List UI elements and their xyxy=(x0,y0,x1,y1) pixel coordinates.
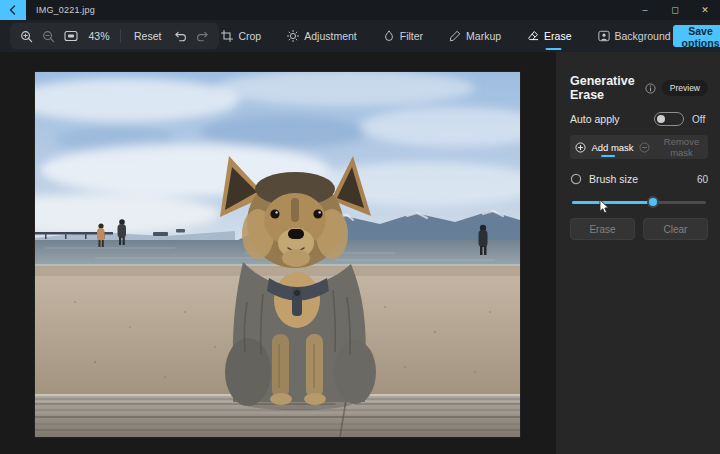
tab-label: Erase xyxy=(544,30,571,42)
info-icon[interactable] xyxy=(645,83,656,94)
save-options-button[interactable]: Save options xyxy=(673,25,720,47)
tab-background[interactable]: Background xyxy=(596,26,673,46)
undo-icon[interactable] xyxy=(174,30,187,43)
crop-icon xyxy=(221,30,233,42)
zoom-percent: 43% xyxy=(87,30,111,42)
edit-mode-tabs: Crop Adjustment Filter xyxy=(219,26,672,46)
background-icon xyxy=(598,30,610,42)
mask-mode-control: Add mask Remove mask xyxy=(570,135,708,159)
mask-underline xyxy=(601,155,615,157)
panel-title: Generative Erase xyxy=(570,74,639,102)
auto-apply-row: Auto apply Off xyxy=(570,112,708,126)
brush-size-row: Brush size 60 xyxy=(570,173,708,185)
close-button[interactable]: ✕ xyxy=(690,0,720,20)
tab-label: Background xyxy=(615,30,671,42)
add-circle-icon xyxy=(575,142,586,153)
erase-icon xyxy=(527,30,539,42)
tab-filter[interactable]: Filter xyxy=(381,26,425,46)
zoom-in-icon[interactable] xyxy=(20,30,33,43)
brush-size-value: 60 xyxy=(697,174,708,185)
remove-circle-icon xyxy=(639,142,650,153)
file-title: IMG_0221.jpg xyxy=(36,5,95,15)
zoom-tool-group: 43% Reset xyxy=(10,23,219,49)
erase-button[interactable]: Erase xyxy=(570,218,635,240)
tab-label: Adjustment xyxy=(304,30,357,42)
window-controls: – ◻ ✕ xyxy=(630,0,720,20)
brush-size-slider[interactable] xyxy=(570,195,708,209)
tab-erase[interactable]: Erase xyxy=(525,26,573,46)
titlebar: IMG_0221.jpg – ◻ ✕ xyxy=(0,0,720,20)
photo-image xyxy=(35,72,520,437)
toggle-knob xyxy=(657,115,665,123)
back-button[interactable] xyxy=(0,0,26,20)
toolbar-divider xyxy=(120,29,121,43)
brush-circle-icon xyxy=(570,173,582,185)
panel-title-row: Generative Erase Preview xyxy=(570,74,708,102)
tab-markup[interactable]: Markup xyxy=(447,26,503,46)
slider-thumb[interactable] xyxy=(647,196,659,208)
toolbar-actions: Save options Cancel xyxy=(673,25,720,47)
tab-adjustment[interactable]: Adjustment xyxy=(285,26,359,46)
reset-button[interactable]: Reset xyxy=(130,28,165,44)
remove-mask-button[interactable]: Remove mask xyxy=(639,135,708,159)
remove-mask-label: Remove mask xyxy=(655,136,708,158)
tab-underline xyxy=(546,48,562,51)
clear-button[interactable]: Clear xyxy=(643,218,708,240)
auto-apply-label: Auto apply xyxy=(570,113,654,125)
save-options-split-button: Save options xyxy=(673,25,720,47)
fit-to-window-icon[interactable] xyxy=(64,30,78,42)
tab-crop[interactable]: Crop xyxy=(219,26,263,46)
adjustment-icon xyxy=(287,30,299,42)
erase-actions: Erase Clear xyxy=(570,218,708,240)
filter-icon xyxy=(383,30,395,42)
redo-icon[interactable] xyxy=(196,30,209,43)
slider-fill xyxy=(572,201,651,204)
tab-label: Filter xyxy=(400,30,423,42)
preview-badge: Preview xyxy=(662,80,708,96)
auto-apply-toggle[interactable] xyxy=(654,112,684,126)
auto-apply-state: Off xyxy=(692,114,708,125)
add-mask-button[interactable]: Add mask xyxy=(570,135,639,159)
editor-content: Generative Erase Preview Auto apply Off xyxy=(0,52,720,454)
zoom-out-icon[interactable] xyxy=(42,30,55,43)
generative-erase-panel: Generative Erase Preview Auto apply Off xyxy=(556,52,720,454)
maximize-button[interactable]: ◻ xyxy=(660,0,690,20)
editor-toolbar: 43% Reset Crop Adjustment xyxy=(0,20,720,52)
back-arrow-icon xyxy=(8,3,18,18)
minimize-button[interactable]: – xyxy=(630,0,660,20)
photo-canvas[interactable] xyxy=(0,52,556,454)
edited-photo[interactable] xyxy=(35,72,520,437)
markup-pen-icon xyxy=(449,30,461,42)
dog xyxy=(220,156,376,406)
tab-label: Crop xyxy=(238,30,261,42)
tab-label: Markup xyxy=(466,30,501,42)
brush-size-label: Brush size xyxy=(589,173,697,185)
add-mask-label: Add mask xyxy=(591,142,633,153)
photos-editor-window: IMG_0221.jpg – ◻ ✕ 43% Reset xyxy=(0,0,720,454)
